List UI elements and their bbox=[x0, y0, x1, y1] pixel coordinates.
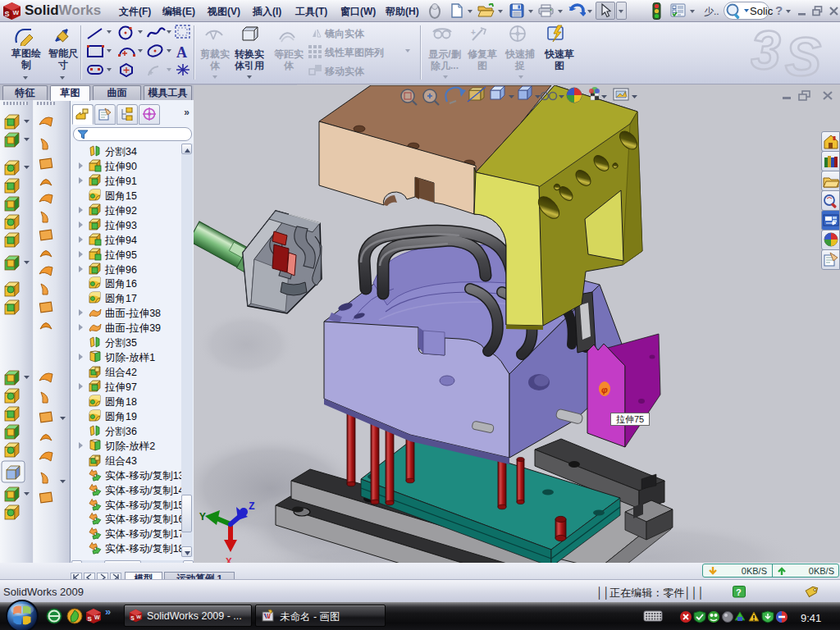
svg-text:S: S bbox=[5, 10, 10, 18]
svg-text:3: 3 bbox=[751, 20, 781, 80]
svg-text:A: A bbox=[176, 44, 187, 60]
svg-text:W: W bbox=[136, 614, 141, 619]
svg-text:W: W bbox=[13, 9, 20, 16]
svg-text:Y: Y bbox=[199, 511, 206, 523]
svg-text:S: S bbox=[785, 26, 821, 84]
svg-text:Z: Z bbox=[249, 500, 255, 513]
svg-text:+: + bbox=[471, 28, 476, 37]
svg-text:S: S bbox=[130, 615, 135, 621]
svg-text:W: W bbox=[94, 614, 100, 620]
svg-text:S: S bbox=[88, 615, 93, 623]
svg-text:?: ? bbox=[736, 587, 742, 597]
svg-text:X: X bbox=[226, 556, 232, 563]
svg-text:φ: φ bbox=[601, 385, 608, 395]
